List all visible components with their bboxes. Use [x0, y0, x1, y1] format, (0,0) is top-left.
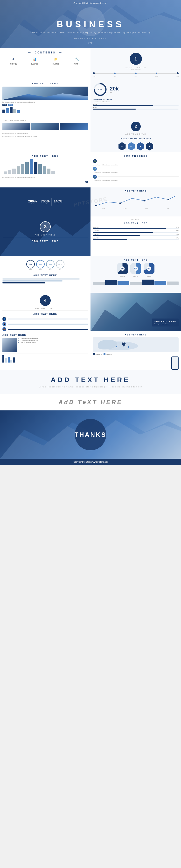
legend-2: Category B: [104, 353, 112, 355]
pbar-1-labels: Label 01 85%: [93, 226, 179, 228]
cover-copyright: Copyright © http://www.pptstore.net: [0, 2, 181, 4]
scol-3: [117, 281, 129, 285]
badge-3: ■: [85, 181, 88, 183]
contents-item-2: 📊 PART 02: [31, 56, 38, 65]
img-cell-1: [2, 123, 30, 130]
dp-2: 4.1%: [123, 208, 126, 209]
add-title-1: ADD YOUR TITLE: [93, 67, 179, 68]
svg-point-8: [168, 199, 169, 200]
slide6-right: DAISY ADD TEXT HERE Label 01 85% Label 0…: [90, 216, 181, 256]
chart-data-points: 5.7% 4.1% 2.8% 2.0%: [93, 208, 179, 209]
row-4: ADD TEXT HERE Lorem ipsum dolor sit amet…: [0, 152, 181, 187]
overlay-box: ADD TEXT HERE Lorem ipsum dolor sit amet: [152, 318, 179, 327]
stat-140: 140% label: [53, 199, 62, 205]
h-bar-2: [2, 280, 63, 281]
map-svg: [93, 337, 179, 352]
slide4-body: Lorem ipsum dolor sit amet consectetur a…: [2, 176, 88, 178]
step-icon-3: 🍃: [93, 175, 97, 179]
our-process-heading: OUR PROCESS: [93, 155, 179, 157]
pbar-3-label: Label 03: [93, 234, 99, 235]
progress-1: Item 1: [93, 103, 179, 106]
add-title-2: ADD YOUR TITLE: [93, 133, 179, 135]
bar-1: [2, 110, 5, 113]
step-3-text: Lorem ipsum dolor sit amet consectetur: [93, 180, 179, 182]
pie-label-1: Label 01: [117, 276, 128, 277]
step-2-text: Lorem ipsum dolor sit amet consectetur: [93, 172, 179, 174]
svg-point-5: [95, 205, 97, 206]
icon-item-1: 👤: [2, 317, 88, 321]
slide4-right: OUR PROCESS 🍃 Lorem ipsum dolor sit amet…: [90, 152, 181, 187]
pbar-2: Label 02 70%: [93, 230, 179, 232]
stat-label-2: label: [41, 203, 50, 205]
cover-design-by: DESIGN BY CHUNYAN: [0, 37, 181, 40]
contents-label-2: PART 02: [31, 63, 38, 65]
slide2-right-text: 20k 4%: [110, 86, 119, 93]
contents-grid: ✈ PART 01 📊 PART 02 📁 PART 03 🔧 PART 04: [3, 56, 87, 65]
progress-bg-1: [93, 105, 179, 106]
add-text-slide-2: AdD TeXT HERE: [0, 394, 181, 410]
timeline-line-3: [137, 73, 156, 73]
stat-circles: 96s label 98% label 96s label 50% label: [2, 260, 88, 270]
icon-2: 📱: [2, 322, 6, 326]
contents-label-4: PART 04: [74, 63, 80, 65]
row-7: 96s label 98% label 96s label 50% label …: [0, 256, 181, 292]
svg-text:27%: 27%: [98, 88, 102, 91]
step-icon-1: 🍃: [93, 159, 97, 163]
contents-title: — CONTENTS —: [3, 51, 87, 54]
sc-label-4: label: [56, 269, 65, 270]
svg-point-23: [100, 341, 138, 350]
bar-3: [10, 107, 12, 113]
tools-icon: 🔧: [74, 56, 80, 62]
slide3-left: ADD YOUR TITLE HERE Lorem ipsum dolor si…: [0, 117, 90, 152]
timeline-dot-5: [177, 72, 179, 74]
overlay-heading: ADD TEXT HERE: [154, 320, 176, 322]
sc-1: 96s label: [26, 260, 35, 270]
overlay-body: Lorem ipsum dolor sit amet: [154, 323, 176, 324]
pbar-3-labels: Label 03 55%: [93, 234, 179, 235]
circular-progress-1: 27%: [93, 82, 107, 97]
legend-1: Category A: [93, 353, 102, 355]
progress-fill-2: [93, 108, 136, 110]
slide5-stats: 200% label 700% label 140% label: [2, 190, 88, 214]
dash-left: —: [28, 51, 31, 54]
add-text-slide: ADD TEXT HERE Lorem ipsum dolor sit amet…: [0, 370, 181, 394]
mountain-img-1: [2, 87, 88, 100]
sc-label-1: label: [26, 269, 35, 270]
step-2-line: [98, 169, 179, 169]
scol-5: [142, 280, 154, 285]
list-item-2: Consectetur adipiscing elit: [19, 340, 38, 341]
svg-point-7: [144, 200, 145, 202]
cover-title: BUSINESS: [0, 19, 181, 30]
badge-1: TAG: [2, 104, 7, 106]
pie-label-2: Label 02: [130, 276, 141, 277]
process-step-1: 🍃: [93, 159, 179, 163]
slide2-right-label: ADD YOUR TEXT HERE: [93, 99, 179, 100]
slide6-heading: ADD TEXT HERE: [3, 240, 87, 242]
dp-1: 5.7%: [102, 208, 105, 209]
slide6-content: 3 ADD YOUR TITLE ADD TEXT HERE: [0, 216, 90, 245]
bottom-bars: [2, 355, 88, 363]
scol-1: [93, 282, 105, 285]
slide2-body: Lorem ipsum dolor sit amet consectetur a…: [2, 101, 88, 103]
slide-number-4: 4: [40, 295, 51, 306]
slide9-right: ADD TEXT HERE Category A Category B: [90, 331, 181, 370]
mbar-6: [25, 162, 29, 174]
bar-2: [6, 108, 9, 113]
folder-icon: 📁: [53, 56, 59, 62]
bar-5: [17, 110, 20, 114]
bar-4: [13, 109, 16, 114]
pbar-3: Label 03 55%: [93, 234, 179, 236]
row-5: PPTSTORE 200% label 700% label 140% labe…: [0, 187, 181, 216]
contents-item-1: ✈ PART 01: [10, 56, 17, 65]
slide3-body: Lorem ipsum dolor sit amet consectetur: [2, 132, 88, 134]
hex-2: ◎: [128, 142, 135, 150]
add-text-row: ADD TEXT HERE Lorem ipsum dolor sit amet…: [0, 370, 181, 394]
img-cell-2: [31, 123, 59, 130]
add-text-lower: AdD TeXT HERE: [5, 399, 176, 406]
title-line-1: Your Title Here: [93, 69, 179, 70]
percent-2: 4%: [110, 92, 119, 93]
h-bar-1: [2, 278, 80, 280]
icon-1: 👤: [2, 317, 6, 321]
slide2-tags: TAG TAG: [2, 104, 88, 106]
slide7-right: ADD TEXT HERE 63% Label 01 50%: [90, 256, 181, 292]
